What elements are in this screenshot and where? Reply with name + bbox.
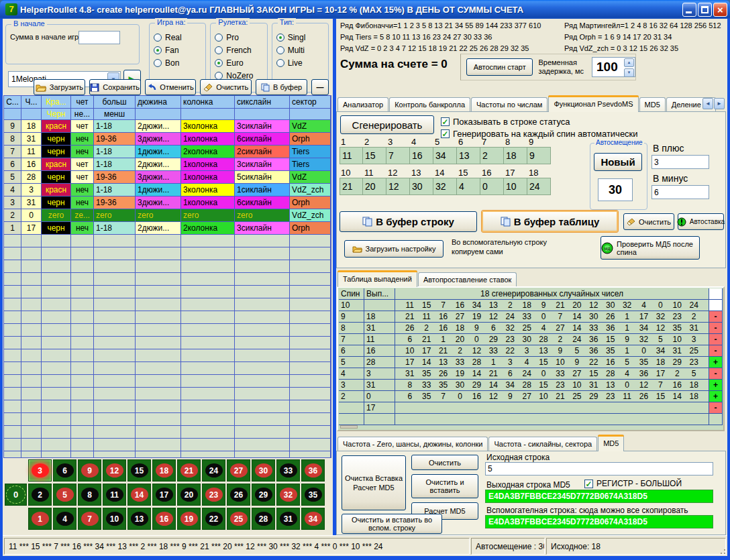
autobet-button[interactable]: Автоставка bbox=[678, 213, 724, 230]
roulette-cell-35[interactable]: 35 bbox=[301, 484, 325, 506]
title-bar[interactable]: 7 HelperRoullet 4.8- create helperroulle… bbox=[0, 0, 730, 19]
checkbox-checked-icon[interactable]: ✓ bbox=[584, 480, 593, 488]
freq-tab-1[interactable]: Частота - сиклайны, сектора bbox=[488, 437, 597, 451]
generate-button[interactable]: Сгенерировать bbox=[340, 115, 434, 134]
roulette-cell-14[interactable]: 14 bbox=[127, 484, 151, 506]
status-line-checkbox[interactable]: ✓ Показывать в строке статуса bbox=[441, 117, 570, 127]
clear-generated-button[interactable]: Очистить bbox=[623, 213, 674, 230]
horizontal-scrollbar[interactable] bbox=[340, 425, 358, 429]
tab-1[interactable]: Контроль банкролла bbox=[389, 97, 470, 112]
start-sum-input[interactable] bbox=[79, 31, 120, 44]
autospin-start-button[interactable]: Автоспин старт bbox=[466, 58, 533, 76]
tab-0[interactable]: Анализатор bbox=[337, 97, 388, 112]
md5-aux-value[interactable]: E4DA3B7FBBCE2345D7772B0674A318D5 bbox=[485, 515, 713, 528]
radio-option-Singl[interactable]: Singl bbox=[276, 33, 325, 42]
radio-icon[interactable] bbox=[276, 46, 284, 54]
resize-grip[interactable] bbox=[718, 547, 726, 555]
load-button[interactable]: Загрузить bbox=[34, 79, 85, 95]
roulette-cell-23[interactable]: 23 bbox=[202, 484, 225, 506]
roulette-cell-29[interactable]: 29 bbox=[252, 484, 275, 506]
spinner-down-icon[interactable]: ▼ bbox=[624, 68, 634, 77]
md5-source-input[interactable] bbox=[485, 462, 713, 475]
radio-option-Pro[interactable]: Pro bbox=[215, 33, 264, 42]
copy-table-button[interactable]: В буфер таблицу bbox=[481, 210, 619, 233]
load-settings-button[interactable]: Загрузить настройку bbox=[344, 240, 444, 258]
tab-scroll-left-icon[interactable]: ◄ bbox=[702, 98, 713, 109]
radio-icon[interactable] bbox=[276, 34, 284, 42]
roulette-cell-11[interactable]: 11 bbox=[103, 484, 126, 506]
roulette-cell-1[interactable]: 1 bbox=[28, 508, 52, 530]
radio-option-Real[interactable]: Real bbox=[154, 33, 203, 42]
roulette-cell-2[interactable]: 2 bbox=[28, 484, 52, 506]
roulette-cell-9[interactable]: 9 bbox=[78, 459, 101, 482]
md5-all-in-one-button[interactable]: Очистка Вставка Расчет MD5 bbox=[342, 455, 406, 510]
roulette-cell-16[interactable]: 16 bbox=[152, 508, 176, 530]
roulette-cell-31[interactable]: 31 bbox=[276, 508, 300, 530]
radio-icon[interactable] bbox=[215, 46, 223, 54]
roulette-cell-26[interactable]: 26 bbox=[227, 484, 250, 506]
close-button[interactable]: × bbox=[713, 3, 727, 17]
roulette-cell-6[interactable]: 6 bbox=[53, 459, 76, 482]
roulette-cell-20[interactable]: 20 bbox=[177, 484, 201, 506]
roulette-cell-3[interactable]: 3 bbox=[28, 459, 52, 482]
roulette-cell-22[interactable]: 22 bbox=[202, 508, 225, 530]
freq-tab-0[interactable]: Частота - Zero, шансы, дюжины, колонки bbox=[337, 437, 488, 451]
save-button[interactable]: Сохранить bbox=[89, 79, 141, 95]
roulette-cell-0[interactable]: 0 bbox=[5, 484, 27, 506]
new-button[interactable]: Новый bbox=[594, 153, 642, 171]
roulette-cell-33[interactable]: 33 bbox=[276, 459, 300, 482]
md5-clear-insert-aux-button[interactable]: Очистить и вставить во вспом. строку bbox=[342, 514, 442, 534]
roulette-cell-28[interactable]: 28 bbox=[252, 508, 275, 530]
radio-option-Fan[interactable]: Fan bbox=[154, 46, 203, 55]
roulette-cell-12[interactable]: 12 bbox=[103, 459, 126, 482]
spin-tab-1[interactable]: Автопроставление ставок bbox=[418, 272, 517, 287]
roulette-cell-17[interactable]: 17 bbox=[152, 484, 176, 506]
roulette-cell-21[interactable]: 21 bbox=[177, 459, 201, 482]
md5-clear-button[interactable]: Очистить bbox=[411, 455, 478, 470]
roulette-cell-24[interactable]: 24 bbox=[202, 459, 225, 482]
results-table[interactable]: С...Ч...Кра...четбольшдюжинаколонкасиксл… bbox=[3, 95, 331, 458]
radio-option-French[interactable]: French bbox=[215, 46, 264, 55]
roulette-cell-32[interactable]: 32 bbox=[276, 484, 300, 506]
autoshift-value[interactable]: 30 bbox=[598, 178, 633, 201]
roulette-cell-15[interactable]: 15 bbox=[127, 459, 151, 482]
freq-tab-2[interactable]: MD5 bbox=[598, 435, 624, 451]
roulette-cell-18[interactable]: 18 bbox=[152, 459, 176, 482]
spinner-up-icon[interactable]: ▲ bbox=[624, 58, 634, 67]
roulette-cell-27[interactable]: 27 bbox=[227, 459, 250, 482]
minimize-button[interactable] bbox=[682, 3, 696, 17]
roulette-cell-30[interactable]: 30 bbox=[252, 459, 275, 482]
collapse-button[interactable]: — bbox=[311, 79, 329, 95]
undo-button[interactable]: Отменить bbox=[145, 79, 197, 95]
tab-4[interactable]: MD5 bbox=[639, 97, 666, 112]
roulette-cell-25[interactable]: 25 bbox=[227, 508, 250, 530]
tab-2[interactable]: Частоты по числам bbox=[471, 97, 548, 112]
roulette-cell-13[interactable]: 13 bbox=[127, 508, 151, 530]
delay-spinner[interactable]: 100 ▲ ▼ bbox=[592, 57, 635, 77]
roulette-cell-10[interactable]: 10 bbox=[103, 508, 126, 530]
tab-3[interactable]: Функционал PsevdoMS bbox=[548, 95, 638, 112]
maximize-button[interactable] bbox=[698, 3, 712, 17]
radio-icon[interactable] bbox=[215, 34, 223, 42]
tab-scroll-right-icon[interactable]: ► bbox=[714, 98, 725, 109]
copy-button[interactable]: В буфер bbox=[256, 79, 307, 95]
radio-icon[interactable] bbox=[154, 59, 162, 67]
radio-option-Live[interactable]: Live bbox=[276, 58, 325, 68]
spin-tab-0[interactable]: Таблица выпадений bbox=[337, 270, 417, 287]
roulette-cell-36[interactable]: 36 bbox=[301, 459, 325, 482]
checkbox-checked-icon[interactable]: ✓ bbox=[441, 117, 450, 126]
radio-option-Multi[interactable]: Multi bbox=[276, 46, 325, 55]
spin-table[interactable]: СпинВып...18 сгенерированных случайных ч… bbox=[337, 286, 725, 431]
radio-option-Bon[interactable]: Bon bbox=[154, 58, 203, 68]
roulette-cell-7[interactable]: 7 bbox=[78, 508, 101, 530]
radio-icon[interactable] bbox=[276, 59, 284, 67]
plus-input[interactable] bbox=[651, 155, 709, 169]
roulette-cell-34[interactable]: 34 bbox=[301, 508, 325, 530]
roulette-cell-5[interactable]: 5 bbox=[53, 484, 76, 506]
radio-icon[interactable] bbox=[215, 59, 223, 67]
roulette-cell-4[interactable]: 4 bbox=[53, 508, 76, 530]
md5-clear-insert-button[interactable]: Очистить и вставить bbox=[411, 474, 478, 498]
check-md5-button[interactable]: МД Проверить МД5 после спина bbox=[601, 236, 700, 260]
radio-icon[interactable] bbox=[154, 46, 162, 54]
radio-option-Euro[interactable]: Euro bbox=[215, 58, 264, 68]
